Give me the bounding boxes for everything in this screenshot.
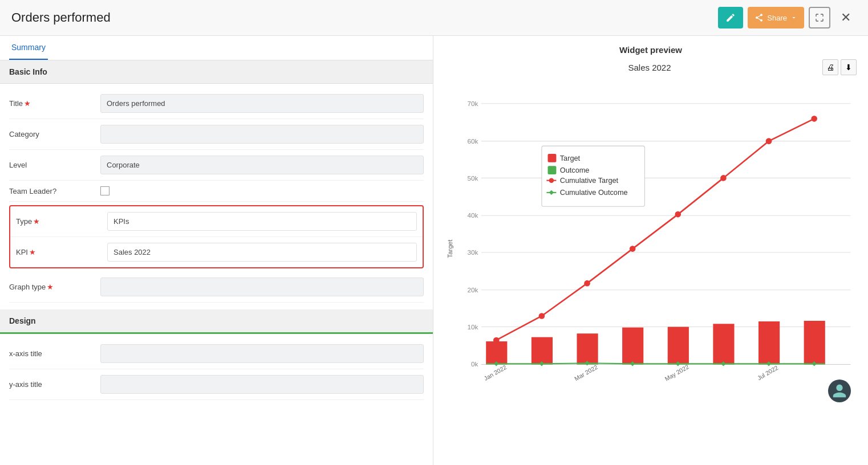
download-button[interactable]: ⬇ xyxy=(841,59,857,75)
svg-text:70k: 70k xyxy=(468,100,478,107)
category-row: Category xyxy=(9,119,424,150)
edit-button[interactable] xyxy=(718,7,743,28)
ct-dot-may xyxy=(675,211,681,218)
design-section: Design xyxy=(0,309,433,334)
design-form: x-axis title y-axis title xyxy=(0,334,433,405)
graph-type-row: Graph type★ xyxy=(9,272,424,303)
share-button[interactable]: Share xyxy=(748,7,804,28)
type-kpi-section: Type★ KPI★ xyxy=(9,205,424,268)
title-label: Title★ xyxy=(9,99,100,108)
tab-summary[interactable]: Summary xyxy=(9,36,48,60)
svg-rect-23 xyxy=(548,154,557,162)
svg-text:Cumulative Target: Cumulative Target xyxy=(560,176,619,185)
svg-text:60k: 60k xyxy=(468,137,478,145)
svg-text:0k: 0k xyxy=(471,360,478,368)
kpi-row: KPI★ xyxy=(10,236,423,267)
avatar-icon xyxy=(828,380,851,402)
header-actions: Share ✕ xyxy=(718,7,857,28)
type-input[interactable] xyxy=(107,212,417,231)
x-axis-label: x-axis title xyxy=(9,349,100,358)
kpi-input[interactable] xyxy=(107,243,417,262)
print-button[interactable]: 🖨 xyxy=(822,59,838,75)
expand-button[interactable] xyxy=(809,7,830,28)
svg-text:20k: 20k xyxy=(468,286,478,293)
svg-text:May 2022: May 2022 xyxy=(664,363,690,382)
bar-mar xyxy=(577,333,598,364)
svg-text:10k: 10k xyxy=(468,323,478,331)
level-input[interactable] xyxy=(100,156,424,174)
graph-type-input[interactable] xyxy=(100,278,424,296)
bar-jul xyxy=(759,321,780,364)
y-axis-input[interactable] xyxy=(100,375,424,394)
svg-text:Target: Target xyxy=(446,239,453,258)
svg-text:30k: 30k xyxy=(468,248,478,256)
chart-title: Sales 2022 xyxy=(477,63,822,72)
graph-type-label: Graph type★ xyxy=(9,283,100,291)
title-input[interactable] xyxy=(100,94,424,113)
bar-jan xyxy=(486,341,507,364)
svg-point-28 xyxy=(549,178,554,182)
svg-text:40k: 40k xyxy=(468,211,478,219)
svg-text:Cumulative Outcome: Cumulative Outcome xyxy=(560,188,628,197)
bar-feb xyxy=(532,337,553,365)
ct-dot-feb xyxy=(539,313,545,319)
bar-apr xyxy=(622,328,643,365)
tabs-container: Summary xyxy=(0,36,433,60)
ct-dot-jan xyxy=(493,337,500,344)
team-leader-checkbox[interactable] xyxy=(100,186,109,195)
svg-text:Jul 2022: Jul 2022 xyxy=(756,364,780,381)
category-input[interactable] xyxy=(100,125,424,144)
level-row: Level xyxy=(9,150,424,181)
x-axis-input[interactable] xyxy=(100,344,424,363)
team-leader-label: Team Leader? xyxy=(9,187,100,195)
title-row: Title★ xyxy=(9,88,424,119)
chart-area: Target 70k 60k 50k 40k 30k 20k 10k 0k xyxy=(445,78,857,408)
svg-text:Jan 2022: Jan 2022 xyxy=(482,364,508,382)
svg-text:50k: 50k xyxy=(468,174,478,182)
chart-svg: Target 70k 60k 50k 40k 30k 20k 10k 0k xyxy=(445,78,857,408)
bar-jun xyxy=(713,324,734,364)
ct-dot-jul xyxy=(766,138,772,144)
basic-info-form: Title★ Category Level Team Leader? xyxy=(0,84,433,307)
svg-text:Outcome: Outcome xyxy=(560,166,590,174)
chart-header: Sales 2022 🖨 ⬇ xyxy=(445,59,857,75)
share-label: Share xyxy=(767,14,787,22)
left-panel: Summary Basic Info Title★ Category xyxy=(0,36,433,465)
kpi-label: KPI★ xyxy=(16,248,107,256)
ct-dot-apr xyxy=(630,246,636,252)
close-button[interactable]: ✕ xyxy=(835,7,857,28)
level-label: Level xyxy=(9,161,100,169)
bar-may xyxy=(668,327,689,365)
right-panel: Widget preview Sales 2022 🖨 ⬇ Target 7 xyxy=(433,36,868,465)
type-label: Type★ xyxy=(16,217,107,226)
chart-actions: 🖨 ⬇ xyxy=(822,59,857,75)
ct-dot-aug xyxy=(811,116,817,122)
basic-info-section: Basic Info xyxy=(0,60,433,84)
bar-aug xyxy=(804,321,825,364)
svg-text:Mar 2022: Mar 2022 xyxy=(573,364,599,382)
type-row: Type★ xyxy=(10,206,423,236)
ct-dot-jun xyxy=(720,175,727,181)
svg-text:Target: Target xyxy=(560,154,581,162)
preview-title: Widget preview xyxy=(445,45,857,55)
x-axis-row: x-axis title xyxy=(9,338,424,369)
ct-dot-mar xyxy=(584,280,590,287)
page-title: Orders performed xyxy=(11,10,111,25)
team-leader-row: Team Leader? xyxy=(9,181,424,202)
category-label: Category xyxy=(9,130,100,138)
svg-rect-25 xyxy=(548,166,557,174)
y-axis-row: y-axis title xyxy=(9,369,424,400)
y-axis-label: y-axis title xyxy=(9,380,100,389)
